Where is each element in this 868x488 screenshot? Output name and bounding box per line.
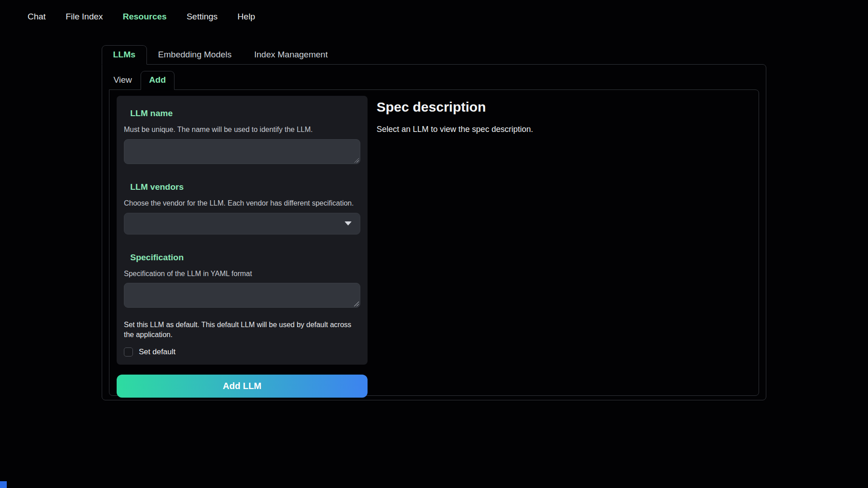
spec-description-title: Spec description xyxy=(377,99,751,115)
chevron-down-icon xyxy=(344,221,352,225)
llm-name-description: Must be unique. The name will be used to… xyxy=(124,125,360,135)
nav-item-resources[interactable]: Resources xyxy=(123,12,167,22)
specification-label: Specification xyxy=(130,253,360,263)
llm-name-group: LLM name Must be unique. The name will b… xyxy=(124,108,360,164)
tab-add[interactable]: Add xyxy=(141,71,175,90)
tab-index-management[interactable]: Index Management xyxy=(243,45,339,64)
tab-embedding-models[interactable]: Embedding Models xyxy=(147,45,243,64)
llm-vendors-label: LLM vendors xyxy=(130,182,360,192)
nav-item-chat[interactable]: Chat xyxy=(28,12,46,22)
set-default-label: Set default xyxy=(139,347,175,357)
specification-input[interactable] xyxy=(124,283,360,308)
top-navigation: Chat File Index Resources Settings Help xyxy=(0,0,868,22)
set-default-row: Set default xyxy=(124,347,360,358)
llm-vendors-group: LLM vendors Choose the vendor for the LL… xyxy=(124,182,360,235)
add-llm-content: LLM name Must be unique. The name will b… xyxy=(109,89,759,396)
add-llm-form: LLM name Must be unique. The name will b… xyxy=(117,96,368,398)
resources-tab-bar: LLMs Embedding Models Index Management xyxy=(102,45,766,64)
llms-subtab-bar: View Add xyxy=(105,71,766,89)
add-llm-form-panel: LLM name Must be unique. The name will b… xyxy=(117,96,368,365)
tab-llms[interactable]: LLMs xyxy=(102,45,147,65)
blue-square-artifact xyxy=(0,481,7,488)
nav-item-file-index[interactable]: File Index xyxy=(66,12,103,22)
set-default-checkbox[interactable] xyxy=(124,347,133,357)
add-llm-button[interactable]: Add LLM xyxy=(117,375,368,398)
llm-name-input[interactable] xyxy=(124,139,360,164)
set-default-note: Set this LLM as default. This default LL… xyxy=(124,320,359,339)
llm-vendor-select[interactable] xyxy=(124,213,360,235)
nav-item-help[interactable]: Help xyxy=(237,12,255,22)
resources-tabs: LLMs Embedding Models Index Management V… xyxy=(102,45,766,400)
llm-vendors-description: Choose the vendor for the LLM. Each vend… xyxy=(124,199,360,208)
specification-description: Specification of the LLM in YAML format xyxy=(124,269,360,279)
spec-description-panel: Spec description Select an LLM to view t… xyxy=(368,96,751,134)
nav-item-settings[interactable]: Settings xyxy=(187,12,218,22)
llm-name-label: LLM name xyxy=(130,108,360,118)
specification-group: Specification Specification of the LLM i… xyxy=(124,253,360,358)
spec-description-body: Select an LLM to view the spec descripti… xyxy=(377,125,751,134)
tab-view[interactable]: View xyxy=(105,71,141,89)
llms-tab-content: View Add LLM name Must be unique. The na… xyxy=(102,64,766,400)
